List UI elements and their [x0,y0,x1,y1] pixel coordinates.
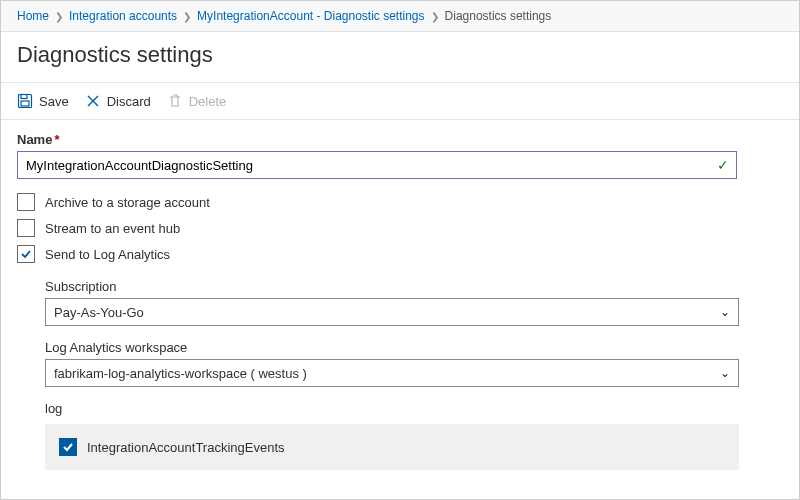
discard-button[interactable]: Discard [85,91,151,111]
log-event-row[interactable]: IntegrationAccountTrackingEvents [59,438,725,456]
chevron-right-icon: ❯ [183,11,191,22]
workspace-value: fabrikam-log-analytics-workspace ( westu… [54,366,307,381]
save-icon [17,93,33,109]
chevron-down-icon: ⌄ [720,366,730,380]
toolbar: Save Discard Delete [1,83,799,119]
log-event-checkbox[interactable] [59,438,77,456]
workspace-label: Log Analytics workspace [45,340,739,355]
chevron-right-icon: ❯ [431,11,439,22]
delete-icon [167,93,183,109]
breadcrumb: Home ❯ Integration accounts ❯ MyIntegrat… [1,1,799,32]
svg-rect-2 [21,101,29,106]
discard-icon [85,93,101,109]
name-label: Name* [17,132,783,147]
send-la-checkbox[interactable] [17,245,35,263]
chevron-right-icon: ❯ [55,11,63,22]
name-label-text: Name [17,132,52,147]
chevron-down-icon: ⌄ [720,305,730,319]
breadcrumb-account-diag[interactable]: MyIntegrationAccount - Diagnostic settin… [197,9,424,23]
log-section-label: log [45,401,739,416]
log-analytics-section: Subscription Pay-As-You-Go ⌄ Log Analyti… [45,279,739,470]
required-mark: * [54,132,59,147]
subscription-label: Subscription [45,279,739,294]
discard-label: Discard [107,94,151,109]
archive-label: Archive to a storage account [45,195,210,210]
log-event-label: IntegrationAccountTrackingEvents [87,440,285,455]
save-button[interactable]: Save [17,91,69,111]
delete-button: Delete [167,91,227,111]
delete-label: Delete [189,94,227,109]
page-title: Diagnostics settings [1,32,799,82]
send-la-checkbox-row[interactable]: Send to Log Analytics [17,245,783,263]
save-label: Save [39,94,69,109]
breadcrumb-home[interactable]: Home [17,9,49,23]
workspace-select[interactable]: fabrikam-log-analytics-workspace ( westu… [45,359,739,387]
stream-checkbox[interactable] [17,219,35,237]
name-input[interactable] [17,151,737,179]
archive-checkbox-row[interactable]: Archive to a storage account [17,193,783,211]
send-la-label: Send to Log Analytics [45,247,170,262]
breadcrumb-current: Diagnostics settings [445,9,552,23]
breadcrumb-integration-accounts[interactable]: Integration accounts [69,9,177,23]
name-input-wrap: ✓ [17,151,737,179]
stream-checkbox-row[interactable]: Stream to an event hub [17,219,783,237]
content-area: Name* ✓ Archive to a storage account Str… [1,120,799,482]
archive-checkbox[interactable] [17,193,35,211]
validation-check-icon: ✓ [717,157,729,173]
stream-label: Stream to an event hub [45,221,180,236]
subscription-value: Pay-As-You-Go [54,305,144,320]
subscription-select[interactable]: Pay-As-You-Go ⌄ [45,298,739,326]
svg-rect-1 [21,95,27,99]
log-panel: IntegrationAccountTrackingEvents [45,424,739,470]
